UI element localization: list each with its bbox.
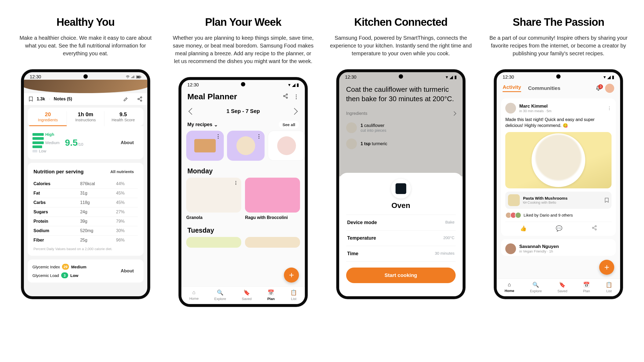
nutrient-value: 25g xyxy=(80,238,116,243)
bookmark-icon[interactable] xyxy=(605,198,609,203)
nav-explore[interactable]: 🔍 Explore xyxy=(530,281,542,293)
meal-card[interactable] xyxy=(186,237,241,248)
meal-ragu[interactable]: Ragu with Broccolini xyxy=(245,178,300,220)
nav-saved[interactable]: 🔖 Saved xyxy=(557,281,567,293)
nutrition-row: Fat 31g 45% xyxy=(34,188,138,198)
edit-icon[interactable] xyxy=(123,96,129,102)
meal-card[interactable] xyxy=(245,237,300,248)
tab-activity[interactable]: Activity xyxy=(503,84,521,92)
nutrition-row: Calories 876kcal 44% xyxy=(34,179,138,188)
comment-button[interactable]: 💬 xyxy=(556,225,562,232)
meal-more-icon[interactable]: ⋮ xyxy=(234,180,238,185)
nutrient-value: 24g xyxy=(80,210,116,214)
card-more-icon[interactable]: ⋮ xyxy=(257,133,261,139)
nav-label: Saved xyxy=(242,297,252,301)
like-button[interactable]: 👍 xyxy=(520,225,527,232)
notes-link[interactable]: Notes (5) xyxy=(54,97,72,101)
nav-label: Explore xyxy=(530,289,542,293)
tab-ingredients-count: 20 xyxy=(31,111,65,118)
glycemic-load-row: Glycemic Load 3 Low xyxy=(32,272,113,278)
see-all-button[interactable]: See all xyxy=(279,121,299,129)
param-value: 30 minutes xyxy=(435,251,454,257)
svg-point-7 xyxy=(284,96,285,97)
nutrient-name: Sodium xyxy=(34,228,80,233)
add-fab[interactable]: + xyxy=(284,268,299,283)
nav-saved[interactable]: 🔖 Saved xyxy=(242,289,252,301)
all-nutrients-button[interactable]: All nutrients xyxy=(107,168,138,175)
recipe-card[interactable]: ⋮ xyxy=(227,131,265,161)
nav-list[interactable]: 📋 List xyxy=(606,281,612,293)
week-range: 1 Sep - 7 Sep xyxy=(226,108,260,114)
nav-explore[interactable]: 🔍 Explore xyxy=(214,289,226,301)
nutrient-value: 520mg xyxy=(80,228,116,233)
recipe-hero-image xyxy=(21,80,150,93)
about-button[interactable]: About xyxy=(116,137,139,148)
tab-ingredients[interactable]: 20 Ingredients xyxy=(29,111,67,126)
recipe-thumb xyxy=(508,194,520,206)
post-avatar[interactable] xyxy=(505,103,516,114)
post-author[interactable]: Marc Kimmel xyxy=(519,104,604,109)
nav-icon: 📅 xyxy=(583,281,590,288)
col3-headline: Kitchen Connected xyxy=(354,16,447,28)
phone-meal-planner: 12:30 ▾ ◢ ▮ Meal Planner ⋮ 1 Sep - 7 Sep… xyxy=(179,77,308,307)
liker-avatars xyxy=(505,212,521,218)
tab-ingredients-label: Ingredients xyxy=(31,118,65,122)
about-button-2[interactable]: About xyxy=(116,266,139,276)
my-recipes-label: My recipes xyxy=(187,122,212,127)
profile-avatar[interactable] xyxy=(605,84,614,93)
recipe-action-bar: 1.3k · Notes (5) xyxy=(24,93,147,105)
nutrient-value: 876kcal xyxy=(80,181,116,186)
bookmark-icon[interactable] xyxy=(29,97,33,101)
notifications-button[interactable]: 3 xyxy=(595,85,601,91)
nutrient-value: 31g xyxy=(80,191,116,196)
dv-footnote: Percent Daily Values based on a 2,000 ca… xyxy=(34,247,138,251)
health-score: 9.5/10 xyxy=(65,137,83,148)
nav-plan[interactable]: 📅 Plan xyxy=(583,281,590,293)
share-icon[interactable] xyxy=(137,96,142,102)
nav-plan[interactable]: 📅 Plan xyxy=(267,289,275,301)
status-bar: 12:30 ▾ ◢ ▮ xyxy=(497,72,620,81)
status-icons xyxy=(126,75,141,79)
nav-icon: 🔍 xyxy=(217,289,224,296)
tab-communities[interactable]: Communities xyxy=(528,85,560,91)
post-avatar[interactable] xyxy=(505,243,516,254)
card-more-icon[interactable]: ⋮ xyxy=(216,133,221,139)
nav-label: Saved xyxy=(557,289,567,293)
svg-point-6 xyxy=(286,94,288,95)
device-name: Oven xyxy=(391,201,410,210)
nutrient-percent: 96% xyxy=(116,238,137,243)
recipe-carousel[interactable]: ⋮ ⋮ xyxy=(181,131,305,161)
tab-instructions[interactable]: 1h 0m Instructions xyxy=(67,111,104,126)
nav-list[interactable]: 📋 List xyxy=(290,289,297,301)
svg-point-10 xyxy=(592,227,594,228)
gauge-bars: High Medium Low xyxy=(32,132,60,153)
glycemic-index-value: 29 xyxy=(62,264,69,270)
attached-recipe[interactable]: Pasta With Mushrooms 🍽 Cooking with Bell… xyxy=(505,192,612,209)
post-author[interactable]: Savannah Nguyen xyxy=(519,244,612,249)
post-image[interactable] xyxy=(505,132,612,188)
nav-home[interactable]: ⌂ Home xyxy=(504,281,514,293)
like-summary[interactable]: Liked by Dario and 9 others xyxy=(505,212,612,218)
share-button[interactable] xyxy=(592,225,597,232)
meal-granola[interactable]: ⋮ Granola xyxy=(186,178,241,220)
prev-week-button[interactable] xyxy=(189,108,195,115)
glycemic-load-level: Low xyxy=(70,273,78,278)
tab-healthscore[interactable]: 9.5 Health Score xyxy=(104,111,142,126)
glycemic-panel: Glycemic Index 29 Medium Glycemic Load 3… xyxy=(28,259,144,283)
start-cooking-button[interactable]: Start cooking xyxy=(346,268,456,283)
tab-instructions-value: 1h 0m xyxy=(68,111,103,118)
nutrient-name: Sugars xyxy=(34,210,80,214)
new-post-fab[interactable]: + xyxy=(599,260,614,275)
recipe-card[interactable] xyxy=(268,131,305,161)
svg-point-9 xyxy=(595,225,596,227)
share-icon[interactable] xyxy=(283,93,288,100)
nav-label: Plan xyxy=(583,289,590,293)
my-recipes-dropdown[interactable]: My recipes ⌄ xyxy=(187,122,218,128)
recipe-card[interactable]: ⋮ xyxy=(186,131,224,161)
nav-home[interactable]: ⌂ Home xyxy=(189,289,199,301)
more-icon[interactable]: ⋮ xyxy=(294,93,299,100)
camera-notch xyxy=(241,82,245,86)
post-more-icon[interactable]: ⋮ xyxy=(607,106,612,111)
nav-label: List xyxy=(291,297,296,301)
next-week-button[interactable] xyxy=(291,108,298,115)
